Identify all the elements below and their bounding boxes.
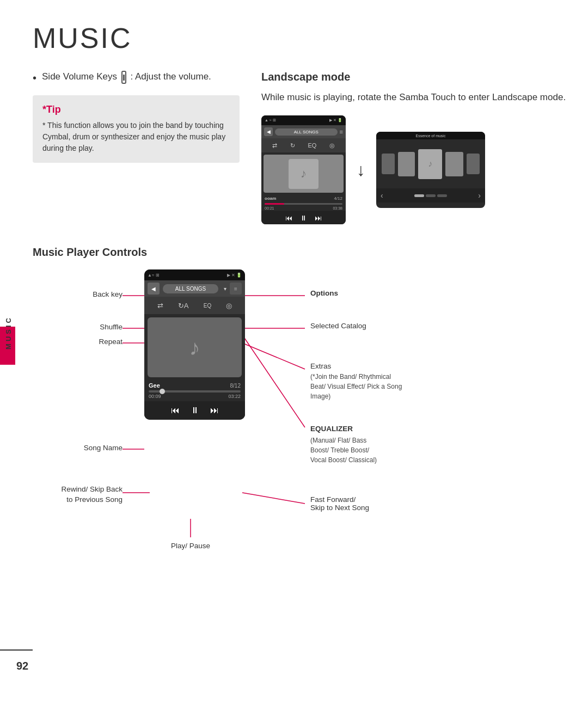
bullet-volume-keys: • Side Volume Keys : Adjust the volume.: [33, 71, 240, 84]
svg-line-7: [242, 343, 305, 369]
bullet-dot: •: [33, 72, 36, 84]
label-extras-detail: (*Join the Band/ RhythmicalBeat/ Visual …: [310, 372, 402, 401]
label-repeat: Repeat: [33, 338, 122, 346]
controls-diagram: Back key Shuffle Repeat Song Name Rewind…: [33, 269, 566, 553]
label-equalizer-detail: (Manual/ Flat/ BassBoost/ Treble Boost/V…: [310, 436, 377, 465]
label-rewind: Rewind/ Skip Backto Previous Song: [33, 485, 122, 505]
tip-box: *Tip * This function allows you to join …: [33, 95, 240, 163]
landscape-mode-text: While music is playing, rotate the Samba…: [261, 90, 566, 105]
sidebar-music-label: MUSIC: [4, 316, 13, 350]
svg-line-9: [242, 493, 305, 504]
phone-shuffle-icon: ⇄: [157, 302, 163, 310]
controls-section-title: Music Player Controls: [33, 246, 566, 259]
sidebar-line: [0, 649, 33, 651]
landscape-mode-title: Landscape mode: [261, 71, 566, 83]
phone-back-btn: ◀: [148, 283, 160, 295]
phone-track-num: 8/12: [230, 383, 241, 389]
label-selected-catalog: Selected Catalog: [310, 322, 366, 330]
phone-song-row: Gee 8/12: [144, 381, 245, 390]
label-back-key: Back key: [33, 290, 122, 298]
portrait-all-songs: ALL SONGS: [275, 128, 338, 136]
phone-music-note: ♪: [189, 335, 200, 360]
phone-progress-bar: [149, 390, 241, 393]
landscape-phone-screen: Essence of music ♪ ‹: [376, 132, 485, 208]
svg-line-8: [242, 335, 305, 427]
phone-all-songs-label: ALL SONGS: [163, 284, 218, 293]
label-equalizer: EQUALIZER: [310, 425, 353, 433]
phone-signal: ▲≈ ⊞: [148, 273, 160, 278]
tip-title: *Tip: [42, 104, 230, 115]
phone-options-btn: ≡: [230, 283, 242, 295]
phone-repeat-icon: ↻A: [178, 302, 189, 310]
tip-text: * This function allows you to join the b…: [42, 120, 230, 154]
phone-play-pause-btn: ⏸: [191, 406, 199, 415]
landscape-arrow: ↓: [357, 161, 365, 179]
label-fast-forward: Fast Forward/Skip to Next Song: [310, 495, 369, 512]
label-shuffle: Shuffle: [33, 323, 122, 331]
phone-time-row: 00:09 03:22: [144, 394, 245, 401]
phone-artwork: ♪: [148, 317, 242, 377]
phone-playback-row: ⏮ ⏸ ⏭: [144, 401, 245, 420]
phone-song-name: Gee: [149, 382, 160, 389]
diagram-phone: ▲≈ ⊞ ▶ ✕ 🔋 ◀ ALL SONGS ▾ ≡ ⇄ ↻A EQ ◎: [144, 269, 245, 420]
landscape-mockups: ▲ ≈ ⊞ ▶ ✕ 🔋 ◀ ALL SONGS ≡ ⇄ ↻ EQ ◎: [261, 115, 566, 224]
phone-extras-icon: ◎: [226, 302, 232, 310]
phone-time-end: 03:22: [228, 394, 241, 399]
page-title: MUSIC: [33, 22, 566, 54]
label-extras: Extras: [310, 362, 331, 370]
phone-eq-icon: EQ: [204, 303, 211, 309]
phone-fast-forward-btn: ⏭: [210, 406, 219, 415]
label-song-name: Song Name: [33, 444, 122, 452]
connector-lines-svg: [33, 269, 566, 553]
phone-status-icons: ▶ ✕ 🔋: [227, 273, 242, 278]
controls-section: Music Player Controls: [33, 246, 566, 553]
portrait-phone-screen: ▲ ≈ ⊞ ▶ ✕ 🔋 ◀ ALL SONGS ≡ ⇄ ↻ EQ ◎: [261, 115, 346, 224]
label-options: Options: [310, 289, 338, 297]
label-play-pause: Play/ Pause: [163, 542, 218, 550]
page-number: 92: [16, 660, 28, 672]
bullet-text: Side Volume Keys : Adjust the volume.: [42, 71, 211, 84]
phone-rewind-btn: ⏮: [171, 406, 180, 415]
phone-time-start: 00:09: [149, 394, 161, 399]
